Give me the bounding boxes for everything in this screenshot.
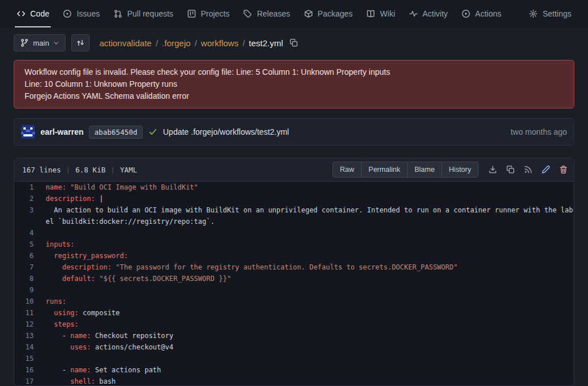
file-actions-group: RawPermalinkBlameHistory	[332, 162, 478, 178]
code-line-content: steps:	[34, 319, 574, 330]
code-line: 10runs:	[14, 296, 574, 307]
nav-item-wiki[interactable]: Wiki	[359, 0, 402, 27]
code-line: 3 An action to build an OCI image with B…	[14, 204, 574, 227]
line-number[interactable]: 6	[14, 250, 34, 262]
line-number[interactable]: 2	[14, 193, 34, 204]
file-meta: 167 lines|6.8 KiB|YAML	[22, 166, 137, 174]
code-line: 8 default: "${{ secrets.DOCKER_PASSWORD …	[14, 273, 574, 284]
branch-name: main	[33, 39, 49, 47]
branch-selector[interactable]: main	[14, 34, 66, 51]
code-line-content: description: "The password for the regis…	[34, 262, 574, 273]
branch-bar: main actionvalidate/.forgejo/workflows/t…	[14, 34, 574, 51]
nav-item-issues[interactable]: Issues	[56, 0, 106, 27]
line-number[interactable]: 7	[14, 262, 34, 273]
breadcrumb-separator: /	[194, 38, 197, 48]
code-line-content: default: "${{ secrets.DOCKER_PASSWORD }}…	[34, 273, 574, 284]
commit-author[interactable]: earl-warren	[40, 127, 83, 136]
nav-item-settings[interactable]: Settings	[522, 0, 578, 27]
copy-icon[interactable]	[506, 165, 515, 174]
history-button[interactable]: History	[441, 162, 478, 178]
git-compare-icon	[76, 38, 85, 47]
nav-item-label: Releases	[257, 9, 290, 18]
nav-item-label: Projects	[201, 9, 230, 18]
line-number[interactable]: 10	[14, 296, 34, 307]
code-line: 11 using: composite	[14, 307, 574, 319]
raw-button[interactable]: Raw	[332, 162, 362, 178]
compare-button[interactable]	[71, 34, 90, 51]
code-line-content: description: |	[34, 193, 574, 204]
nav-item-label: Activity	[423, 9, 448, 18]
avatar[interactable]	[21, 125, 35, 139]
line-number[interactable]: 14	[14, 341, 34, 353]
code-line: 12 steps:	[14, 319, 574, 330]
line-number[interactable]: 12	[14, 319, 34, 330]
code-icon	[17, 9, 26, 18]
nav-item-projects[interactable]: Projects	[180, 0, 237, 27]
breadcrumb-forgejo[interactable]: .forgejo	[162, 38, 190, 48]
nav-item-pull-requests[interactable]: Pull requests	[107, 0, 180, 27]
file-size: 6.8 KiB	[75, 166, 106, 174]
copy-path-icon[interactable]	[289, 38, 298, 47]
code-line-content: using: composite	[34, 307, 574, 319]
code-line: 2description: |	[14, 193, 574, 204]
code-line-content: registry_password:	[34, 250, 574, 262]
line-number[interactable]: 4	[14, 227, 34, 239]
download-icon[interactable]	[488, 165, 497, 174]
file-language: YAML	[120, 166, 137, 174]
code-line: 17 shell: bash	[14, 376, 574, 386]
nav-item-packages[interactable]: Packages	[297, 0, 359, 27]
breadcrumb-test2-yml: test2.yml	[249, 38, 283, 48]
line-number[interactable]: 11	[14, 307, 34, 319]
line-number[interactable]: 8	[14, 273, 34, 284]
nav-item-releases[interactable]: Releases	[236, 0, 297, 27]
rss-icon[interactable]	[524, 165, 533, 174]
code-line: 16 - name: Set actions path	[14, 364, 574, 376]
nav-item-label: Wiki	[380, 9, 395, 18]
actions-icon	[461, 9, 471, 18]
code-line-content: An action to build an OCI image with Bui…	[34, 204, 574, 227]
code-line-content	[34, 284, 574, 296]
settings-icon	[529, 9, 538, 18]
code-line: 1name: "Build OCI Image with BuildKit"	[14, 182, 574, 193]
nav-item-label: Settings	[542, 9, 571, 18]
commit-time: two months ago	[510, 127, 567, 136]
permalink-button[interactable]: Permalink	[361, 162, 408, 178]
line-number[interactable]: 9	[14, 284, 34, 296]
error-line: Workflow config file is invalid. Please …	[25, 66, 563, 78]
nav-item-actions[interactable]: Actions	[455, 0, 508, 27]
activity-icon	[409, 9, 418, 18]
code-line-content	[34, 353, 574, 364]
code-line-content: - name: Set actions path	[34, 364, 574, 376]
blame-button[interactable]: Blame	[407, 162, 442, 178]
line-number[interactable]: 13	[14, 330, 34, 341]
wiki-icon	[366, 9, 375, 18]
edit-icon[interactable]	[541, 165, 550, 174]
code-line: 15	[14, 353, 574, 364]
line-number[interactable]: 15	[14, 353, 34, 364]
breadcrumb-actionvalidate[interactable]: actionvalidate	[99, 38, 152, 48]
code-line: 9	[14, 284, 574, 296]
nav-item-label: Issues	[76, 9, 99, 18]
code-line-content: inputs:	[34, 239, 574, 250]
code-line: 7 description: "The password for the reg…	[14, 262, 574, 273]
error-line: Forgejo Actions YAML Schema validation e…	[25, 90, 563, 102]
code-line: 6 registry_password:	[14, 250, 574, 262]
nav-item-label: Pull requests	[127, 9, 173, 18]
breadcrumb-separator: /	[242, 38, 245, 48]
nav-item-activity[interactable]: Activity	[402, 0, 455, 27]
line-number[interactable]: 3	[14, 204, 34, 227]
line-number[interactable]: 1	[14, 182, 34, 193]
code-view: 1name: "Build OCI Image with BuildKit"2d…	[14, 182, 574, 386]
commit-sha-button[interactable]: abab65450d	[89, 126, 142, 139]
line-number[interactable]: 16	[14, 364, 34, 376]
delete-icon[interactable]	[559, 165, 568, 174]
breadcrumb: actionvalidate/.forgejo/workflows/test2.…	[99, 38, 298, 48]
file-lines-count: 167 lines	[22, 166, 61, 174]
commit-message[interactable]: Update .forgejo/workflows/test2.yml	[163, 127, 289, 136]
nav-item-label: Code	[30, 9, 49, 18]
line-number[interactable]: 5	[14, 239, 34, 250]
breadcrumb-workflows[interactable]: workflows	[201, 38, 238, 48]
nav-item-code[interactable]: Code	[10, 0, 56, 27]
line-number[interactable]: 17	[14, 376, 34, 386]
nav-item-label: Actions	[475, 9, 501, 18]
